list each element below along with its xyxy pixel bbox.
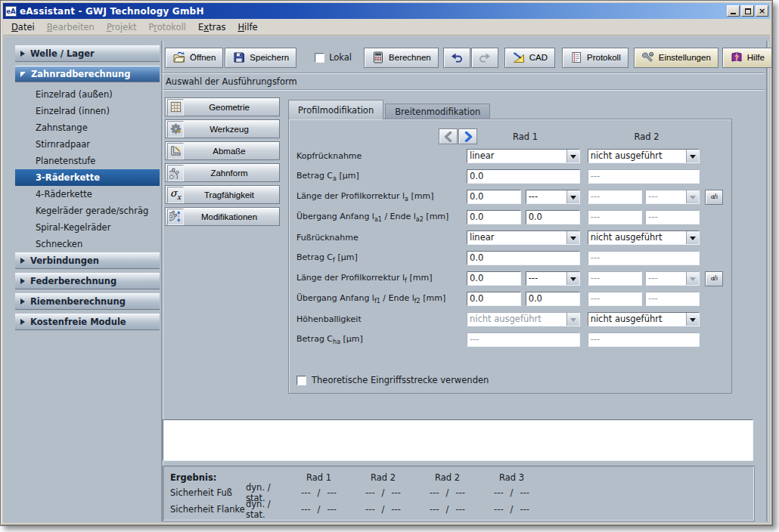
sidebar-section-zahnradberechnung[interactable]: Zahnradberechnung [15,66,160,82]
undo-button[interactable] [443,48,470,68]
dropdown-arrow-icon[interactable] [686,150,699,162]
value-separator: / [382,504,385,515]
berechnen-button[interactable]: Berechnen [364,48,439,68]
laenge-profilkorrektur-la-rad1-2-select[interactable]: --- [526,190,580,204]
static-value: --- [391,504,400,515]
betrag-ca-rad1-input[interactable]: 0.0 [467,169,580,184]
uebergang-lf1-lf2-rad2-cell: ------ [588,292,700,306]
result-value-pair: ---/--- [415,504,480,515]
laenge-profilkorrektur-la-rad1-1-input[interactable]: 0.0 [467,190,521,204]
laenge-profilkorrektur-la-diameter-length-toggle-button[interactable]: d/l [705,190,723,205]
dropdown-arrow-icon[interactable] [566,190,579,203]
hilfe-button[interactable]: ?Hilfe [722,48,772,68]
column-header-rad1: Rad 1 [468,131,582,142]
label-subscript: a2 [416,216,424,223]
sidebar-section-federberechnung[interactable]: Federberechnung [15,273,160,289]
uebergang-lf1-lf2-rad1-2-input[interactable]: 0.0 [526,292,580,306]
redo-button [471,48,498,68]
sidebar-item-einzelrad-innen[interactable]: Einzelrad (innen) [15,103,160,119]
window-controls: × [727,5,768,17]
row-label-laenge-profilkorrektur-lf: Länge der Profilkorrektur lf [mm] [296,273,467,284]
fussruecknahme-rad1-select[interactable]: linear [467,230,580,245]
dropdown-arrow-icon[interactable] [686,313,699,326]
dropdown-arrow-icon[interactable] [566,272,579,285]
sidebar-item-label: Kegelräder gerade/schräg [36,206,148,216]
laenge-profilkorrektur-lf-rad1-2-select[interactable]: --- [526,271,580,286]
sidebar-item-planetenstufe[interactable]: Planetenstufe [15,153,160,169]
section-title: Auswahl der Ausführungsform [166,76,297,87]
einstellungen-button[interactable]: Einstellungen [634,48,718,68]
sidebar-item-stirnradpaar[interactable]: Stirnradpaar [15,136,160,153]
select-value: linear [467,231,566,244]
label-text: Übergang Anfang l [296,212,374,221]
dropdown-arrow-icon[interactable] [566,231,579,244]
maximize-button[interactable] [741,5,754,17]
sidebar-item-label: Planetenstufe [36,156,95,166]
close-button[interactable]: × [756,5,768,17]
sidebar-item-einzelrad-aussen[interactable]: Einzelrad (außen) [15,86,160,103]
minimize-button[interactable] [727,5,740,17]
laenge-profilkorrektur-lf-rad2-2-select: --- [645,271,700,286]
module-button-abmasse[interactable]: Abmaße [165,141,280,160]
kopfruecknahme-rad1-select[interactable]: linear [467,149,580,163]
lokal-checkbox[interactable] [315,53,324,63]
message-output-box[interactable] [163,419,753,461]
menu-extras[interactable]: Extras [192,20,231,35]
sidebar-item-kegelraeder-gerade-schraeg[interactable]: Kegelräder gerade/schräg [15,203,160,219]
oeffnen-button[interactable]: Öffnen [165,48,223,68]
sidebar-item-spiral-kegelraeder[interactable]: Spiral-Kegelräder [15,219,160,236]
menu-hilfe[interactable]: Hilfe [231,20,263,35]
sidebar-section-verbindungen[interactable]: Verbindungen [15,252,160,269]
sidebar-item-schnecken[interactable]: Schnecken [15,236,160,252]
module-button-modifikationen[interactable]: Modifikationen [165,207,280,226]
sidebar-item-3-raederkette[interactable]: 3-Räderkette [15,169,160,186]
module-button-geometrie[interactable]: Geometrie [165,97,280,116]
section-title-row: Auswahl der Ausführungsform [162,73,765,90]
cad-button[interactable]: CAD [504,48,555,68]
fussruecknahme-rad2-select[interactable]: nicht ausgeführt [588,230,700,245]
sidebar-section-riemenberechnung[interactable]: Riemenberechnung [15,293,160,310]
label-text: [mm] [408,191,434,201]
label-subscript: a1 [374,216,382,223]
label-text: Länge der Profilkorrektur l [296,191,405,201]
uebergang-la1-la2-rad2-2-input: --- [645,210,700,224]
betrag-ca-rad2-input: --- [588,169,700,184]
laenge-profilkorrektur-lf-diameter-length-toggle-button[interactable]: d/l [705,271,723,286]
dynamic-value: --- [301,487,310,498]
sidebar-item-4-raederkette[interactable]: 4-Räderkette [15,186,160,203]
profile-modification-panel: Rad 1 Rad 2 Kopfrücknahmelinearnicht aus… [288,119,732,394]
module-button-zahnform[interactable]: Zahnform [165,163,280,182]
result-value-pair: ---/--- [351,504,415,515]
triangle-expanded-icon [20,72,26,77]
redo-icon [478,51,492,63]
dropdown-arrow-icon[interactable] [566,150,579,162]
uebergang-lf1-lf2-rad1-1-input[interactable]: 0.0 [467,292,521,306]
menu-projekt: Projekt [101,20,143,35]
protokoll-button[interactable]: Protokoll [562,48,628,68]
hoehenballigkeit-rad1-cell: nicht ausgeführt [467,312,580,326]
svg-text:?: ? [734,54,739,61]
value-separator: / [511,504,514,515]
tab-profilmodifikation[interactable]: Profilmodifikation [288,100,383,119]
sidebar-section-kostenfreie-module[interactable]: Kostenfreie Module [15,314,160,330]
sidebar-item-zahnstange[interactable]: Zahnstange [15,119,160,136]
laenge-profilkorrektur-la-rad2-cell: ------ [588,190,700,204]
kopfruecknahme-rad2-select[interactable]: nicht ausgeführt [588,149,700,163]
previous-pair-button[interactable] [439,128,458,144]
betrag-cf-rad1-input[interactable]: 0.0 [467,251,580,265]
module-button-werkzeug[interactable]: Werkzeug [165,119,280,138]
value-separator: / [446,504,449,515]
hoehenballigkeit-rad2-select[interactable]: nicht ausgeführt [588,312,700,326]
speichern-button[interactable]: Speichern [225,48,296,68]
tab-breitenmodifikation[interactable]: Breitenmodifikation [385,104,490,119]
label-text: Höhenballigkeit [296,314,362,324]
uebergang-la1-la2-rad1-2-input[interactable]: 0.0 [526,210,580,224]
sidebar-section-welle-lager[interactable]: Welle / Lager [15,45,160,62]
theoretical-path-checkbox[interactable] [296,376,306,385]
title-bar[interactable]: eA eAssistant - GWJ Technology GmbH × [3,3,770,19]
menu-datei[interactable]: Datei [5,20,41,35]
module-button-tragfaehigkeit[interactable]: σxTragfähigkeit [165,185,280,204]
laenge-profilkorrektur-lf-rad1-1-input[interactable]: 0.0 [467,271,521,286]
dropdown-arrow-icon[interactable] [686,231,699,244]
uebergang-la1-la2-rad1-1-input[interactable]: 0.0 [467,210,521,224]
